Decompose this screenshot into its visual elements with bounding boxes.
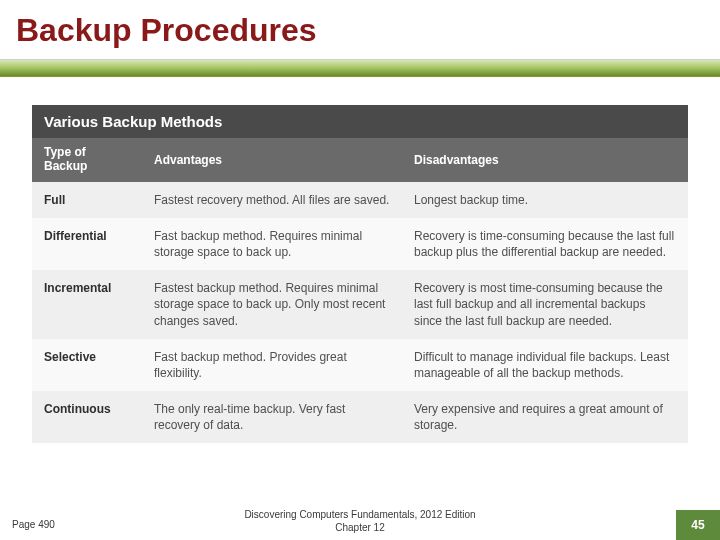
column-header-type: Type of Backup bbox=[32, 138, 142, 182]
table-header-row: Type of Backup Advantages Disadvantages bbox=[32, 138, 688, 182]
slide-number-badge: 45 bbox=[676, 510, 720, 540]
column-header-advantages: Advantages bbox=[142, 138, 402, 182]
table-row: Incremental Fastest backup method. Requi… bbox=[32, 270, 688, 339]
accent-bar bbox=[0, 59, 720, 77]
cell-advantages: The only real-time backup. Very fast rec… bbox=[142, 391, 402, 443]
cell-advantages: Fastest recovery method. All files are s… bbox=[142, 182, 402, 218]
cell-type: Differential bbox=[32, 218, 142, 270]
slide-title: Backup Procedures bbox=[0, 0, 720, 59]
backup-methods-table-container: Various Backup Methods Type of Backup Ad… bbox=[32, 105, 688, 443]
cell-type: Selective bbox=[32, 339, 142, 391]
footer-citation: Discovering Computers Fundamentals, 2012… bbox=[0, 509, 720, 534]
column-header-type-line1: Type of bbox=[44, 145, 86, 159]
backup-methods-table: Type of Backup Advantages Disadvantages … bbox=[32, 138, 688, 443]
cell-disadvantages: Longest backup time. bbox=[402, 182, 688, 218]
footer-citation-line1: Discovering Computers Fundamentals, 2012… bbox=[244, 509, 475, 520]
cell-type: Full bbox=[32, 182, 142, 218]
footer-citation-line2: Chapter 12 bbox=[335, 522, 384, 533]
cell-advantages: Fastest backup method. Requires minimal … bbox=[142, 270, 402, 339]
table-row: Full Fastest recovery method. All files … bbox=[32, 182, 688, 218]
slide-footer: Page 490 Discovering Computers Fundament… bbox=[0, 498, 720, 540]
cell-advantages: Fast backup method. Requires minimal sto… bbox=[142, 218, 402, 270]
cell-type: Incremental bbox=[32, 270, 142, 339]
cell-type: Continuous bbox=[32, 391, 142, 443]
column-header-disadvantages: Disadvantages bbox=[402, 138, 688, 182]
cell-disadvantages: Recovery is most time-consuming because … bbox=[402, 270, 688, 339]
table-caption: Various Backup Methods bbox=[32, 105, 688, 138]
cell-disadvantages: Very expensive and requires a great amou… bbox=[402, 391, 688, 443]
table-row: Continuous The only real-time backup. Ve… bbox=[32, 391, 688, 443]
table-row: Differential Fast backup method. Require… bbox=[32, 218, 688, 270]
cell-disadvantages: Recovery is time-consuming because the l… bbox=[402, 218, 688, 270]
table-row: Selective Fast backup method. Provides g… bbox=[32, 339, 688, 391]
column-header-type-line2: Backup bbox=[44, 159, 87, 173]
cell-advantages: Fast backup method. Provides great flexi… bbox=[142, 339, 402, 391]
cell-disadvantages: Difficult to manage individual file back… bbox=[402, 339, 688, 391]
